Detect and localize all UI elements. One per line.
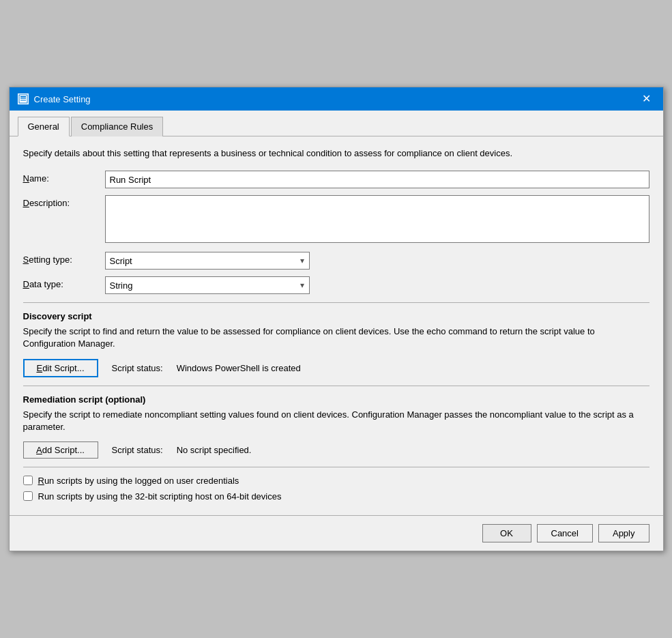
remediation-status-value: No script specified. [177,445,252,455]
create-setting-dialog: Create Setting ✕ General Compliance Rule… [9,87,664,551]
discovery-script-row: Edit Script... Script status: Windows Po… [23,359,649,377]
separator-2 [23,386,649,386]
discovery-status-label: Script status: [112,363,163,373]
separator-1 [23,302,649,303]
svg-rect-2 [20,98,26,99]
setting-type-select[interactable]: Script Registry Value WMI Query Active D… [105,252,310,270]
dialog-body: Specify details about this setting that … [10,136,663,551]
description-control-wrap [105,195,649,245]
tab-compliance-rules[interactable]: Compliance Rules [71,117,164,136]
remediation-status-label: Script status: [112,445,163,455]
setting-type-select-wrapper: Script Registry Value WMI Query Active D… [105,252,310,270]
remediation-script-desc: Specify the script to remediate noncompl… [23,409,649,433]
name-row: NName:ame: [23,171,649,188]
data-type-label: Data type: [23,276,105,289]
remediation-script-title: Remediation script (optional) [23,394,649,405]
name-input[interactable] [105,171,649,188]
setting-type-control-wrap: Script Registry Value WMI Query Active D… [105,252,649,270]
description-label: Description: [23,195,105,208]
checkbox1[interactable] [23,476,33,485]
dialog-title: Create Setting [34,94,91,104]
svg-rect-1 [20,96,26,98]
title-bar-left: Create Setting [18,93,91,104]
discovery-status-value: Windows PowerShell is created [177,363,301,373]
tab-general[interactable]: General [18,117,70,136]
data-type-control-wrap: String Integer Float Date and Time Boole… [105,276,649,294]
remediation-script-row: Add Script... Script status: No script s… [23,441,649,459]
setting-type-label: Setting type: [23,252,105,265]
general-description: Specify details about this setting that … [23,147,649,160]
cancel-button[interactable]: Cancel [537,524,593,542]
name-label: NName:ame: [23,171,105,184]
data-type-select[interactable]: String Integer Float Date and Time Boole… [105,276,310,294]
data-type-select-wrapper: String Integer Float Date and Time Boole… [105,276,310,294]
dialog-footer: OK Cancel Apply [10,515,663,551]
checkbox1-row: Run scripts by using the logged on user … [23,476,649,486]
description-row: Description: [23,195,649,245]
apply-button[interactable]: Apply [598,524,649,542]
add-script-button[interactable]: Add Script... [23,441,98,459]
discovery-script-desc: Specify the script to find and return th… [23,325,649,350]
description-input[interactable] [105,195,649,243]
data-type-row: Data type: String Integer Float Date and… [23,276,649,294]
name-control-wrap [105,171,649,188]
content-area: Specify details about this setting that … [10,136,663,515]
checkbox2-label[interactable]: Run scripts by using the 32-bit scriptin… [38,491,282,502]
tabs-row: General Compliance Rules [10,111,663,136]
checkbox2-row: Run scripts by using the 32-bit scriptin… [23,491,649,502]
svg-rect-3 [20,100,26,101]
close-button[interactable]: ✕ [638,92,655,106]
checkbox2[interactable] [23,491,33,501]
dialog-icon [18,93,29,104]
separator-3 [23,467,649,467]
title-bar: Create Setting ✕ [10,87,663,111]
ok-button[interactable]: OK [482,524,531,542]
edit-script-button[interactable]: Edit Script... [23,359,98,377]
checkbox1-label[interactable]: Run scripts by using the logged on user … [38,476,239,486]
discovery-script-title: Discovery script [23,311,649,321]
setting-type-row: Setting type: Script Registry Value WMI … [23,252,649,270]
